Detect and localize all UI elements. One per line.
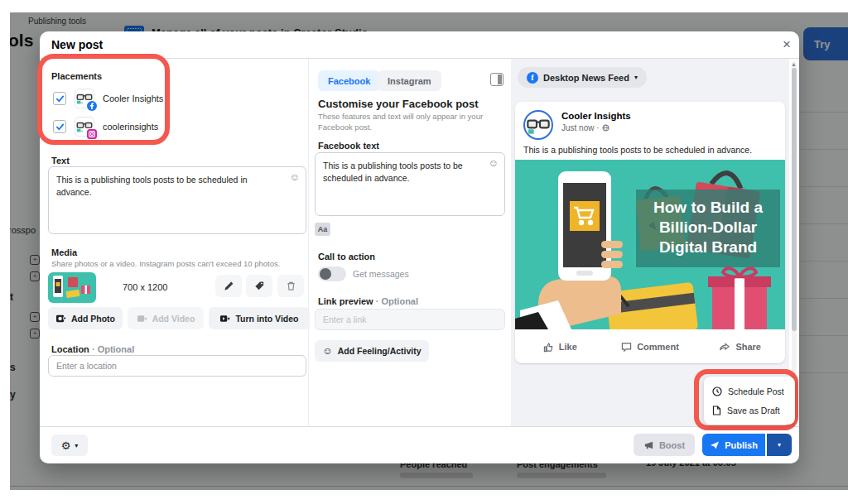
comment-label: Comment <box>637 342 679 352</box>
boost-label: Boost <box>659 440 685 450</box>
facebook-text-input[interactable]: This is a publishing tools posts to be s… <box>316 153 504 215</box>
schedule-post-item[interactable]: Schedule Post <box>704 382 795 401</box>
media-thumbnail[interactable] <box>48 272 96 303</box>
table-row-line <box>793 149 848 150</box>
like-label: Like <box>559 342 577 352</box>
checkmark-icon <box>55 94 65 103</box>
page-avatar <box>75 117 94 137</box>
comment-icon <box>621 342 632 353</box>
table-divider <box>10 486 848 487</box>
close-icon[interactable]: × <box>778 36 796 54</box>
get-messages-label: Get messages <box>353 269 409 279</box>
screenshot: Publishing tools ols Manage all of your … <box>0 0 848 504</box>
new-post-modal: New post × Placements Coo <box>40 31 799 463</box>
table-row-line <box>793 372 848 373</box>
preview-surface-label: Desktop News Feed <box>543 73 629 83</box>
emoji-picker-icon[interactable]: ☺ <box>290 171 300 183</box>
placements-label: Placements <box>51 71 102 81</box>
table-row-line <box>793 112 848 113</box>
share-button[interactable]: Share <box>695 334 785 359</box>
facebook-text-label: Facebook text <box>318 141 379 151</box>
timestamp-text: Just now · <box>561 123 600 132</box>
post-preview-panel: f Desktop News Feed ▾ Cooler Insights Ju… <box>511 59 789 426</box>
draft-icon <box>712 406 721 415</box>
add-feeling-activity-label: Add Feeling/Activity <box>338 346 422 356</box>
link-preview-label-text: Link preview <box>318 296 373 306</box>
sidebar-fragment: y <box>10 389 16 401</box>
preview-page-name: Cooler Insights <box>561 111 631 121</box>
chevron-down-icon: ▾ <box>75 442 78 449</box>
tag-media-button[interactable] <box>246 275 272 297</box>
placement-row-facebook[interactable]: Cooler Insights <box>53 88 163 109</box>
preview-surface-selector[interactable]: f Desktop News Feed ▾ <box>518 67 647 88</box>
facebook-text-wrap: This is a publishing tools posts to be s… <box>315 152 505 216</box>
location-input[interactable] <box>49 356 306 376</box>
toggle-knob <box>320 268 331 280</box>
gift-box <box>708 268 771 329</box>
table-row-line <box>793 298 848 299</box>
checkbox-checked[interactable] <box>53 120 66 133</box>
link-preview-optional-text: · Optional <box>376 296 418 306</box>
add-photo-icon <box>55 314 66 324</box>
page-avatar <box>75 89 94 108</box>
like-icon <box>543 342 554 353</box>
tab-instagram[interactable]: Instagram <box>378 70 441 91</box>
collapse-preview-icon[interactable] <box>490 73 504 86</box>
tag-icon <box>254 281 265 291</box>
publish-label: Publish <box>725 440 758 450</box>
placement-name: coolerinsights <box>103 122 158 132</box>
column-divider <box>308 59 309 426</box>
post-settings-button[interactable]: ⚙ ▾ <box>51 434 88 456</box>
text-style-icon[interactable]: Aa <box>315 223 330 236</box>
location-optional-text: · Optional <box>92 344 134 354</box>
link-input <box>316 310 504 329</box>
media-hint: Share photos or a video. Instagram posts… <box>51 259 310 268</box>
try-button[interactable]: Try <box>803 27 848 60</box>
megaphone-icon <box>643 440 654 450</box>
instagram-badge-icon <box>87 129 97 139</box>
emoji-picker-icon[interactable]: ☺ <box>489 157 499 169</box>
edit-media-button[interactable] <box>215 275 242 297</box>
footer-divider <box>40 426 799 427</box>
like-button[interactable]: Like <box>515 334 605 359</box>
clock-icon <box>712 386 722 396</box>
preview-scrollbar[interactable] <box>792 61 797 424</box>
text-input[interactable]: This is a publishing tools posts to be s… <box>49 167 306 233</box>
add-photo-button[interactable]: Add Photo <box>48 307 123 329</box>
media-dimensions: 700 x 1200 <box>123 282 167 292</box>
get-messages-toggle[interactable] <box>318 266 346 281</box>
feeling-smiley-icon: ☺ <box>322 345 332 357</box>
save-as-draft-item[interactable]: Save as Draft <box>704 401 795 420</box>
add-video-icon <box>137 314 147 324</box>
facebook-post-preview-card: Cooler Insights Just now · This is a pub… <box>515 102 785 363</box>
stat-bar <box>517 473 606 478</box>
customize-heading: Customise your Facebook post <box>318 98 479 110</box>
add-feeling-activity-button[interactable]: ☺ Add Feeling/Activity <box>315 340 429 362</box>
text-field-wrap: This is a publishing tools posts to be s… <box>48 166 306 234</box>
table-row-line <box>793 223 848 224</box>
delete-media-button[interactable] <box>277 275 304 297</box>
publish-options-caret-button[interactable]: ▾ <box>767 434 792 456</box>
preview-post-text: This is a publishing tools posts to be s… <box>523 145 752 155</box>
stat-bar <box>400 473 473 478</box>
placement-name: Cooler Insights <box>103 94 163 103</box>
page-avatar <box>523 110 553 140</box>
call-to-action-label: Call to action <box>318 252 375 262</box>
facebook-circle-icon: f <box>527 72 538 84</box>
export-icon: + <box>30 329 40 338</box>
save-as-draft-label: Save as Draft <box>727 406 780 415</box>
boost-button: Boost <box>634 434 695 456</box>
comment-button[interactable]: Comment <box>605 334 696 359</box>
turn-into-video-label: Turn into Video <box>235 314 298 324</box>
placement-row-instagram[interactable]: coolerinsights <box>53 116 158 137</box>
table-row-line <box>793 261 848 262</box>
publish-button[interactable]: Publish <box>702 434 765 456</box>
checkbox-checked[interactable] <box>53 92 66 105</box>
media-thumbnail-art <box>48 272 96 303</box>
scrollbar-thumb[interactable] <box>792 68 797 331</box>
turn-into-video-button[interactable]: Turn into Video <box>209 307 310 329</box>
checkmark-icon <box>55 122 65 132</box>
tab-facebook[interactable]: Facebook <box>318 70 380 91</box>
post-image: How to Build a Billion-Dollar Digital Br… <box>515 160 785 329</box>
schedule-post-label: Schedule Post <box>728 386 784 396</box>
